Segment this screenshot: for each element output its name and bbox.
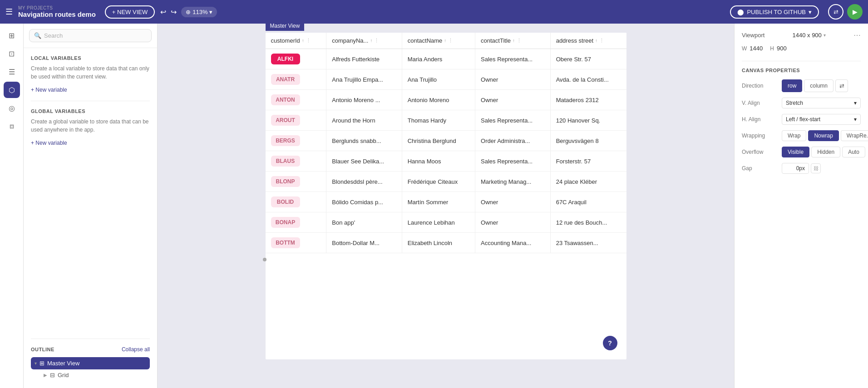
sort-icon-customerid[interactable]: ↑	[302, 38, 304, 43]
table-row[interactable]: BONAP Bon app' Laurence Lebihan Owner 12…	[266, 212, 626, 233]
auto-button[interactable]: Auto	[842, 147, 865, 157]
wrapping-label: Wrapping	[742, 133, 778, 139]
undo-button[interactable]: ↩	[160, 8, 166, 16]
menu-icon-companyname[interactable]: ⋮	[374, 38, 379, 44]
viewport-chevron-icon[interactable]: ▾	[824, 33, 826, 38]
gap-link-button[interactable]: ⛓	[811, 163, 821, 173]
cell-contactname-4: Christina Berglund	[402, 131, 475, 151]
v-align-chevron-icon: ▾	[854, 100, 857, 106]
publish-button[interactable]: ⬤ PUBLISH TO GITHUB ▾	[730, 5, 819, 19]
cell-contactname-3: Thomas Hardy	[402, 110, 475, 131]
search-input[interactable]	[44, 32, 147, 39]
search-input-wrapper: 🔍	[29, 29, 152, 42]
sidebar-item-history[interactable]: ⧈	[4, 118, 20, 134]
h-align-select[interactable]: Left / flex-start ▾	[782, 114, 861, 125]
customer-badge-1: ANATR	[271, 74, 300, 85]
cell-contactname-5: Hanna Moos	[402, 151, 475, 172]
nowrap-button[interactable]: Nowrap	[808, 130, 838, 141]
sidebar-item-plugins[interactable]: ◎	[4, 100, 20, 116]
table-row[interactable]: ANTON Antonio Moreno ... Antonio Moreno …	[266, 90, 626, 110]
cell-customerid-7: BOLID	[266, 192, 326, 212]
sort-icon-contacttitle[interactable]: ↑	[513, 38, 515, 43]
share-button[interactable]: ⇄	[828, 4, 843, 20]
cell-companyname-7: Bólido Comidas p...	[326, 192, 402, 212]
direction-swap-button[interactable]: ⇄	[835, 79, 848, 92]
table-row[interactable]: BERGS Berglunds snabb... Christina Bergl…	[266, 131, 626, 151]
table-row[interactable]: ALFKI Alfreds Futterkiste Maria Anders S…	[266, 49, 626, 69]
play-button[interactable]: ▶	[847, 4, 863, 20]
sort-icon-addressstreet[interactable]: ↑	[595, 38, 597, 43]
local-variables-desc: Create a local variable to store data th…	[31, 64, 150, 81]
cell-customerid-0: ALFKI	[266, 49, 326, 69]
col-header-contacttitle[interactable]: contactTitle ↑ ⋮	[475, 33, 551, 49]
collapse-all-button[interactable]: Collapse all	[122, 346, 150, 353]
col-header-companyname[interactable]: companyNa... ↑ ⋮	[326, 33, 402, 49]
cell-addressstreet-5: Forsterstr. 57	[550, 151, 626, 172]
cell-customerid-6: BLONP	[266, 172, 326, 192]
wrapre-button[interactable]: WrapRe...	[841, 130, 868, 141]
hidden-button[interactable]: Hidden	[811, 147, 840, 157]
outline-title: OUTLINE	[31, 347, 54, 352]
cell-contactname-2: Antonio Moreno	[402, 90, 475, 110]
menu-icon-contacttitle[interactable]: ⋮	[517, 38, 522, 44]
cell-addressstreet-2: Mataderos 2312	[550, 90, 626, 110]
table-row[interactable]: BOLID Bólido Comidas p... Martín Sommer …	[266, 192, 626, 212]
cell-addressstreet-0: Obere Str. 57	[550, 49, 626, 69]
menu-icon-customerid[interactable]: ⋮	[306, 38, 311, 44]
right-panel: Viewport 1440 x 900 ▾ ⋯ W 1440 H 900 CAN…	[734, 24, 868, 388]
cell-contactname-1: Ana Trujillo	[402, 69, 475, 90]
table-row[interactable]: AROUT Around the Horn Thomas Hardy Sales…	[266, 110, 626, 131]
local-new-variable-link[interactable]: + New variable	[31, 87, 67, 93]
canvas-props-divider	[742, 61, 861, 61]
cell-contacttitle-1: Owner	[475, 69, 551, 90]
v-align-row: V. Align Stretch ▾	[742, 98, 861, 108]
col-label-companyname: companyNa...	[332, 37, 368, 44]
table-row[interactable]: BLONP Blondesddsl père... Frédérique Cit…	[266, 172, 626, 192]
col-header-customerid[interactable]: customerId ↑ ⋮	[266, 33, 326, 49]
help-button[interactable]: ?	[603, 336, 617, 350]
canvas-area[interactable]: Master View customerId ↑ ⋮	[158, 24, 734, 388]
cell-addressstreet-1: Avda. de la Consti...	[550, 69, 626, 90]
cell-companyname-0: Alfreds Futterkiste	[326, 49, 402, 69]
table-row[interactable]: BLAUS Blauer See Delika... Hanna Moos Sa…	[266, 151, 626, 172]
table-row[interactable]: ANATR Ana Trujillo Empa... Ana Trujillo …	[266, 69, 626, 90]
menu-icon[interactable]: ☰	[5, 7, 13, 17]
direction-label: Direction	[742, 83, 778, 89]
direction-column-button[interactable]: column	[804, 79, 833, 92]
cell-companyname-4: Berglunds snabb...	[326, 131, 402, 151]
outline-item-grid[interactable]: ▶ ⊟ Grid	[31, 369, 150, 381]
menu-icon-addressstreet[interactable]: ⋮	[599, 38, 604, 44]
sort-icon-companyname[interactable]: ↑	[370, 38, 372, 43]
cell-companyname-5: Blauer See Delika...	[326, 151, 402, 172]
v-align-select[interactable]: Stretch ▾	[782, 98, 861, 108]
zoom-control[interactable]: ⊕ 113% ▾	[181, 7, 217, 17]
sort-icon-contactname[interactable]: ↑	[444, 38, 446, 43]
sidebar-item-variables[interactable]: ⬡	[4, 82, 20, 98]
customer-badge-5: BLAUS	[271, 156, 300, 167]
redo-button[interactable]: ↪	[171, 8, 177, 16]
chevron-right-icon: ▶	[44, 373, 47, 378]
variables-panel: 🔍 LOCAL VARIABLES Create a local variabl…	[24, 24, 158, 388]
new-view-button[interactable]: + NEW VIEW	[105, 5, 155, 19]
visible-button[interactable]: Visible	[782, 147, 809, 157]
sidebar-item-layout[interactable]: ⊞	[4, 27, 20, 44]
gap-input[interactable]	[782, 163, 809, 174]
global-variables-title: GLOBAL VARIABLES	[31, 108, 150, 114]
cell-contacttitle-5: Sales Representa...	[475, 151, 551, 172]
viewport-more-icon[interactable]: ⋯	[853, 31, 861, 39]
col-header-addressstreet[interactable]: address street ↑ ⋮	[550, 33, 626, 49]
gap-label: Gap	[742, 165, 778, 172]
sidebar-item-components[interactable]: ⊡	[4, 45, 20, 62]
sidebar-item-data[interactable]: ☰	[4, 64, 20, 80]
outline-section: OUTLINE Collapse all ▾ ⊞ Master View ▶ ⊟…	[24, 339, 157, 388]
table-row[interactable]: BOTTM Bottom-Dollar M... Elizabeth Linco…	[266, 233, 626, 253]
cell-contacttitle-4: Order Administra...	[475, 131, 551, 151]
menu-icon-contactname[interactable]: ⋮	[448, 38, 453, 44]
search-area: 🔍	[24, 24, 157, 48]
col-header-contactname[interactable]: contactName ↑ ⋮	[402, 33, 475, 49]
global-new-variable-link[interactable]: + New variable	[31, 140, 67, 146]
wrap-button[interactable]: Wrap	[782, 130, 806, 141]
direction-row-button[interactable]: row	[782, 79, 802, 92]
outline-item-master-view[interactable]: ▾ ⊞ Master View	[31, 357, 150, 369]
project-info: MY PROJECTS Navigation routes demo	[18, 5, 96, 18]
